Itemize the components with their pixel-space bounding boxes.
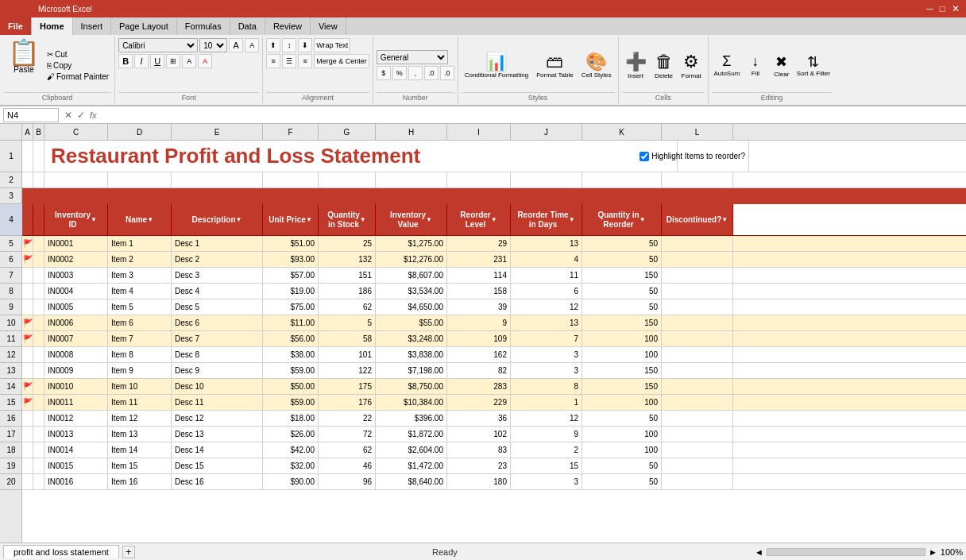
currency-button[interactable]: $ [377,66,391,80]
row-header-2[interactable]: 2 [0,172,22,188]
cell-name[interactable]: Item 5 [108,299,172,315]
cell-reorder[interactable]: 114 [447,268,511,283]
add-sheet-button[interactable]: + [122,546,135,558]
align-right-button[interactable]: ≡ [298,54,312,68]
row-header-7[interactable]: 7 [0,268,22,284]
cell-price[interactable]: $51.00 [263,236,319,251]
cell-disc[interactable] [662,315,733,330]
cell-value[interactable]: $12,276.00 [376,252,447,267]
cell-name[interactable]: Item 15 [108,458,172,473]
cell-reorder[interactable]: 23 [447,458,511,473]
cell-price[interactable]: $18.00 [263,411,319,426]
cell-days[interactable]: 4 [511,252,582,267]
cell-disc[interactable] [662,284,733,299]
row-header-6[interactable]: 6 [0,252,22,268]
cell-value[interactable]: $55.00 [376,315,447,330]
cell-qty-reorder[interactable]: 50 [582,252,662,267]
font-size-select[interactable]: 10 [199,38,227,52]
cell-desc[interactable]: Desc 2 [172,252,263,267]
cell-days[interactable]: 2 [511,442,582,458]
cell-qty[interactable]: 25 [319,236,376,251]
cell-disc[interactable] [662,458,733,473]
cell-price[interactable]: $38.00 [263,347,319,362]
row-header-10[interactable]: 10 [0,315,22,331]
align-center-button[interactable]: ☰ [282,54,296,68]
cell-value[interactable]: $3,248.00 [376,331,447,346]
cell-price[interactable]: $50.00 [263,379,319,394]
cell-qty[interactable]: 186 [319,284,376,299]
tab-view[interactable]: View [311,17,346,35]
cell-name[interactable]: Item 2 [108,252,172,267]
decrease-decimal-button[interactable]: .0 [440,66,454,80]
cell-styles-button[interactable]: 🎨 Cell Styles [578,50,615,81]
cell-reorder[interactable]: 158 [447,284,511,299]
highlight-checkbox-label[interactable]: Highlight Items to reorder? [639,152,745,161]
border-button[interactable]: ⊞ [166,54,180,68]
underline-button[interactable]: U [150,54,164,68]
autosum-button[interactable]: Σ AutoSum [712,52,742,79]
cell-reorder[interactable]: 36 [447,411,511,426]
col-header-d[interactable]: D [108,124,172,140]
cell-id[interactable]: IN0011 [44,395,108,410]
cell-desc[interactable]: Desc 3 [172,268,263,283]
cell-disc[interactable] [662,268,733,283]
cell-reorder[interactable]: 39 [447,299,511,315]
cell-days[interactable]: 1 [511,395,582,410]
close-btn[interactable]: ✕ [952,3,960,14]
sheet-tab[interactable]: profit and loss statement [3,545,119,558]
cell-name[interactable]: Item 9 [108,363,172,378]
scroll-bar[interactable] [767,548,925,556]
tab-page-layout[interactable]: Page Layout [111,17,177,35]
col-header-e[interactable]: E [172,124,263,140]
cell-reorder[interactable]: 29 [447,236,511,251]
scroll-left-button[interactable]: ◄ [755,547,763,557]
cell-value[interactable]: $396.00 [376,411,447,426]
cell-name[interactable]: Item 3 [108,268,172,283]
font-name-select[interactable]: Calibri [118,38,198,52]
tab-data[interactable]: Data [230,17,265,35]
cell-qty[interactable]: 46 [319,458,376,473]
cell-days[interactable]: 3 [511,474,582,489]
insert-button[interactable]: ➕ Insert [622,50,650,81]
cell-disc[interactable] [662,427,733,442]
cell-name[interactable]: Item 12 [108,411,172,426]
cell-qty[interactable]: 176 [319,395,376,410]
cell-qty-reorder[interactable]: 100 [582,427,662,442]
cell-name[interactable]: Item 1 [108,236,172,251]
wrap-text-button[interactable]: Wrap Text [314,38,350,52]
cell-value[interactable]: $1,472.00 [376,458,447,473]
cell-disc[interactable] [662,379,733,394]
cell-id[interactable]: IN0004 [44,284,108,299]
align-top-button[interactable]: ⬆ [266,38,280,52]
col-header-a[interactable]: A [22,124,33,140]
font-shrink-button[interactable]: A [245,38,259,52]
align-left-button[interactable]: ≡ [266,54,280,68]
col-header-h[interactable]: H [376,124,447,140]
cell-price[interactable]: $32.00 [263,458,319,473]
fill-color-button[interactable]: A [182,54,196,68]
row-header-9[interactable]: 9 [0,299,22,315]
cell-name[interactable]: Item 11 [108,395,172,410]
cell-id[interactable]: IN0009 [44,363,108,378]
cell-value[interactable]: $1,872.00 [376,427,447,442]
cell-disc[interactable] [662,474,733,489]
cell-days[interactable]: 3 [511,363,582,378]
merge-center-button[interactable]: Merge & Center [314,54,369,68]
cell-disc[interactable] [662,395,733,410]
format-painter-button[interactable]: 🖌 Format Painter [44,71,111,82]
scroll-right-button[interactable]: ► [929,547,937,557]
align-bottom-button[interactable]: ⬇ [298,38,312,52]
cell-id[interactable]: IN0016 [44,474,108,489]
cell-id[interactable]: IN0015 [44,458,108,473]
cell-name[interactable]: Item 14 [108,442,172,458]
minimize-btn[interactable]: ─ [926,3,933,14]
cell-days[interactable]: 11 [511,268,582,283]
number-format-select[interactable]: General [377,50,448,64]
cell-name[interactable]: Item 8 [108,347,172,362]
cell-id[interactable]: IN0010 [44,379,108,394]
row-header-11[interactable]: 11 [0,331,22,347]
formula-input[interactable] [99,108,963,122]
cell-qty[interactable]: 96 [319,474,376,489]
insert-function-icon[interactable]: fx [90,110,97,120]
delete-button[interactable]: 🗑 Delete [651,50,677,81]
